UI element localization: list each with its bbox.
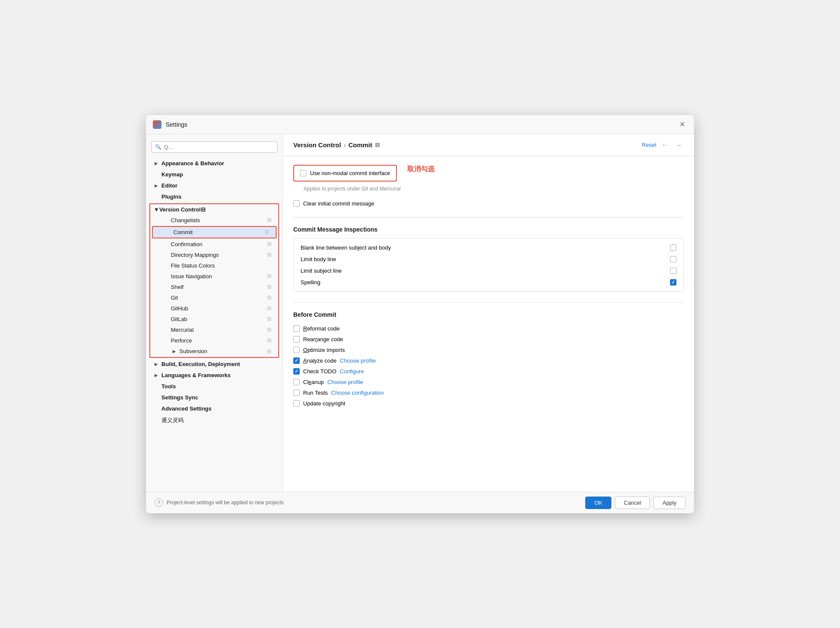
sidebar-item-settings-sync[interactable]: Settings Sync [146, 392, 283, 403]
inspection-label: Limit body line [301, 256, 336, 262]
checkbox-analyze[interactable] [293, 357, 300, 364]
annotation-text: 取消勾选 [407, 165, 435, 174]
label-update-copyright: Update copyright [303, 400, 345, 407]
checkbox-run-tests[interactable] [293, 390, 300, 396]
page-icon: ⊟ [267, 241, 271, 247]
sidebar-item-label: 通义灵码 [161, 417, 276, 424]
reset-button[interactable]: Reset [642, 142, 656, 148]
divider2 [293, 302, 684, 303]
sidebar-item-label: Commit [173, 229, 265, 235]
sidebar-item-version-control[interactable]: ▼ Version Control ⊟ [150, 204, 278, 215]
sidebar-item-label: Editor [161, 182, 276, 189]
sidebar-item-tongyi[interactable]: 通义灵码 [146, 414, 283, 426]
sidebar-item-label: Confirmation [171, 241, 267, 247]
expand-icon: ▶ [153, 160, 160, 167]
sidebar-item-keymap[interactable]: Keymap [146, 169, 283, 180]
close-button[interactable]: ✕ [677, 119, 687, 130]
sidebar-item-label: Git [171, 295, 267, 301]
inspection-checkbox-blank-line[interactable] [670, 244, 676, 251]
sidebar-item-commit[interactable]: Commit ⊟ [152, 226, 277, 238]
analyze-choose-profile-link[interactable]: Choose profile [340, 357, 376, 364]
before-commit-row-cleanup: Cleanup Choose profile [293, 377, 684, 387]
sidebar-item-label: Advanced Settings [161, 405, 276, 412]
checkbox-reformat[interactable] [293, 325, 300, 332]
search-box[interactable]: 🔍 [151, 141, 277, 153]
dialog-body: 🔍 ▶ Appearance & Behavior Keymap ▶ Edito… [146, 134, 694, 492]
dialog-title: Settings [166, 121, 677, 128]
sidebar: 🔍 ▶ Appearance & Behavior Keymap ▶ Edito… [146, 134, 283, 492]
checkbox-optimize[interactable] [293, 347, 300, 353]
run-tests-choose-config-link[interactable]: Choose configuration [331, 390, 384, 396]
breadcrumb-separator: › [344, 141, 346, 149]
sidebar-item-label: Keymap [161, 171, 276, 178]
page-icon: ⊟ [267, 284, 271, 290]
sidebar-item-subversion[interactable]: ▶ Subversion ⊟ [150, 346, 278, 357]
page-icon: ⊟ [267, 252, 271, 258]
sidebar-item-perforce[interactable]: Perforce ⊟ [150, 335, 278, 346]
footer-right: OK Cancel Apply [585, 497, 685, 509]
sidebar-item-languages[interactable]: ▶ Languages & Frameworks [146, 370, 283, 381]
sidebar-item-tools[interactable]: Tools [146, 381, 283, 392]
sidebar-item-label: GitHub [171, 305, 267, 312]
sidebar-item-directory-mappings[interactable]: Directory Mappings ⊟ [150, 250, 278, 260]
use-nonmodal-row: Use non-modal commit interface 取消勾选 [293, 165, 684, 184]
sidebar-item-file-status-colors[interactable]: File Status Colors [150, 260, 278, 271]
divider [293, 217, 684, 217]
nav-back-button[interactable]: ← [660, 140, 670, 150]
use-nonmodal-checkbox[interactable] [300, 170, 307, 176]
sidebar-item-label: File Status Colors [171, 262, 271, 269]
before-commit-row-reformat: Reformat code [293, 323, 684, 334]
sidebar-item-shelf[interactable]: Shelf ⊟ [150, 282, 278, 292]
apply-button[interactable]: Apply [653, 497, 685, 509]
page-icon: ⊟ [267, 348, 271, 354]
checkbox-cleanup[interactable] [293, 379, 300, 385]
sidebar-item-label: Subversion [179, 348, 267, 354]
vcs-icon: ⊟ [201, 206, 206, 213]
spacer [153, 417, 160, 424]
ok-button[interactable]: OK [585, 497, 611, 509]
sidebar-item-label: Shelf [171, 284, 267, 290]
sidebar-item-label: Plugins [161, 193, 276, 200]
inspection-checkbox-spelling[interactable] [670, 279, 676, 286]
content-header: Version Control › Commit ⊟ Reset ← → [283, 134, 694, 156]
version-control-section: ▼ Version Control ⊟ Changelists ⊟ Commit… [149, 203, 279, 358]
help-button[interactable]: ? [155, 498, 163, 507]
sidebar-item-changelists[interactable]: Changelists ⊟ [150, 215, 278, 226]
cleanup-choose-profile-link[interactable]: Choose profile [327, 379, 363, 385]
sidebar-item-label: Mercurial [171, 327, 267, 333]
clear-initial-row: Clear initial commit message [293, 199, 684, 208]
nav-forward-button[interactable]: → [673, 140, 684, 150]
inspection-checkbox-limit-body[interactable] [670, 256, 676, 262]
sidebar-item-appearance[interactable]: ▶ Appearance & Behavior [146, 158, 283, 169]
sidebar-item-build[interactable]: ▶ Build, Execution, Deployment [146, 359, 283, 370]
sidebar-item-gitlab[interactable]: GitLab ⊟ [150, 314, 278, 324]
use-nonmodal-box: Use non-modal commit interface [293, 165, 397, 182]
sidebar-item-editor[interactable]: ▶ Editor [146, 180, 283, 191]
checkbox-rearrange[interactable] [293, 336, 300, 342]
commit-message-inspections-section: Commit Message Inspections Blank line be… [293, 226, 684, 292]
checkbox-check-todo[interactable] [293, 368, 300, 375]
breadcrumb-part1: Version Control [293, 141, 341, 149]
inspection-checkbox-limit-subject[interactable] [670, 268, 676, 274]
inspection-label: Blank line between subject and body [301, 244, 391, 251]
before-commit-section: Before Commit Reformat code Rearrange co… [293, 311, 684, 409]
page-icon: ⊟ [267, 337, 271, 343]
breadcrumb: Version Control › Commit ⊟ [293, 141, 380, 149]
content-scroll: Use non-modal commit interface 取消勾选 Appl… [283, 156, 694, 492]
checkbox-update-copyright[interactable] [293, 400, 300, 407]
settings-dialog: Settings ✕ 🔍 ▶ Appearance & Behavior Key… [146, 115, 694, 513]
check-todo-configure-link[interactable]: Configure [340, 368, 364, 375]
sidebar-item-issue-navigation[interactable]: Issue Navigation ⊟ [150, 271, 278, 282]
clear-initial-checkbox[interactable] [293, 200, 300, 207]
sidebar-item-git[interactable]: Git ⊟ [150, 292, 278, 303]
page-icon: ⊟ [267, 305, 271, 311]
cancel-button[interactable]: Cancel [615, 497, 650, 509]
sidebar-item-mercurial[interactable]: Mercurial ⊟ [150, 324, 278, 335]
sidebar-item-github[interactable]: GitHub ⊟ [150, 303, 278, 314]
spacer [153, 394, 160, 401]
sidebar-item-plugins[interactable]: Plugins [146, 191, 283, 202]
sidebar-item-advanced-settings[interactable]: Advanced Settings [146, 403, 283, 414]
search-input[interactable] [164, 144, 274, 150]
page-icon: ⊟ [265, 229, 269, 235]
sidebar-item-confirmation[interactable]: Confirmation ⊟ [150, 239, 278, 250]
